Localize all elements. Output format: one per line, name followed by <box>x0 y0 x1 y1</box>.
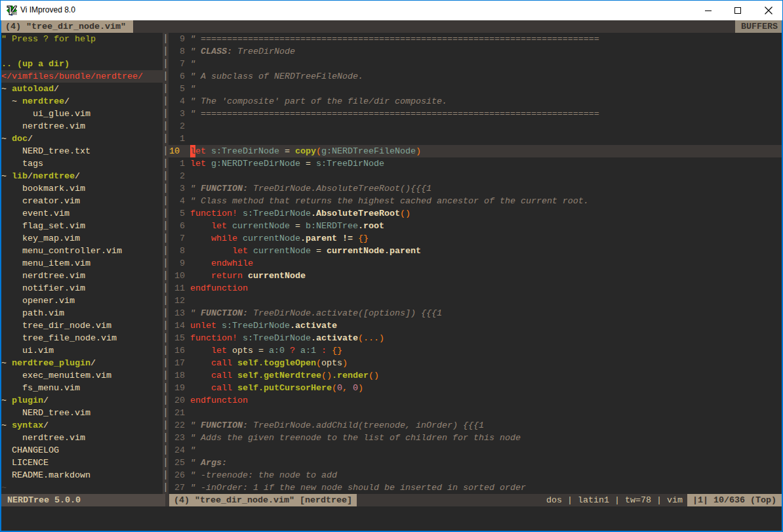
svg-text:im: im <box>12 10 17 16</box>
